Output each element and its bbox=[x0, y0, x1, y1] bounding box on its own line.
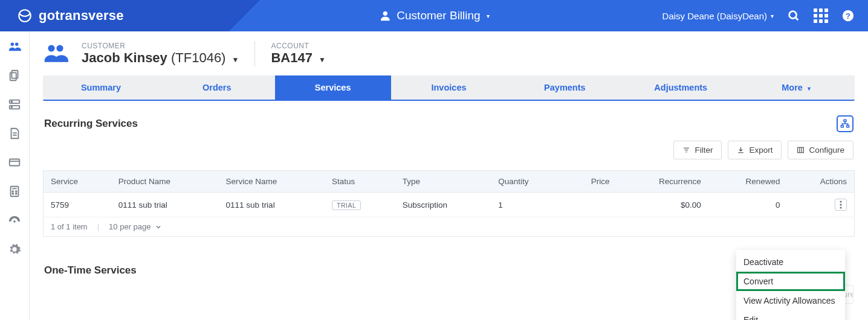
recurring-services-table: Service Product Name Service Name Status… bbox=[43, 170, 855, 217]
svg-rect-31 bbox=[798, 147, 804, 153]
status-badge: TRIAL bbox=[332, 200, 361, 210]
table-toolbar: Filter Export Configure bbox=[44, 141, 853, 159]
customers-icon bbox=[43, 40, 68, 67]
menu-deactivate[interactable]: Deactivate bbox=[736, 252, 845, 272]
cell-recur: $0.00 bbox=[617, 193, 708, 217]
svg-point-18 bbox=[12, 191, 13, 192]
account-label: ACCOUNT bbox=[271, 42, 326, 50]
svg-point-6 bbox=[11, 43, 14, 46]
rail-card-icon[interactable] bbox=[8, 156, 21, 169]
row-actions-menu: Deactivate Convert View Activity Allowan… bbox=[736, 250, 845, 320]
topbar-right: Daisy Deane (DaisyDean) ▾ ? bbox=[662, 8, 855, 23]
rail-document-icon[interactable] bbox=[8, 127, 21, 140]
col-status[interactable]: Status bbox=[325, 171, 395, 193]
brand-logo-icon bbox=[17, 8, 33, 24]
download-icon bbox=[737, 146, 745, 154]
top-bar: gotransverse Customer Billing ▾ Daisy De… bbox=[0, 0, 868, 31]
menu-convert[interactable]: Convert bbox=[736, 272, 845, 291]
tab-invoices[interactable]: Invoices bbox=[391, 75, 507, 100]
per-page-label: 10 per page bbox=[109, 222, 151, 231]
svg-rect-14 bbox=[10, 159, 20, 166]
col-service[interactable]: Service bbox=[44, 171, 111, 193]
cell-product: 0111 sub trial bbox=[111, 193, 219, 217]
help-icon[interactable]: ? bbox=[841, 9, 855, 22]
tab-orders[interactable]: Orders bbox=[159, 75, 275, 100]
rail-customers-icon[interactable] bbox=[8, 40, 21, 53]
table-header-row: Service Product Name Service Name Status… bbox=[44, 171, 855, 193]
cell-sname: 0111 sub trial bbox=[219, 193, 325, 217]
user-menu[interactable]: Daisy Deane (DaisyDean) ▾ bbox=[662, 11, 774, 21]
col-type[interactable]: Type bbox=[395, 171, 491, 193]
svg-line-3 bbox=[795, 18, 798, 21]
rail-server-icon[interactable] bbox=[8, 98, 21, 111]
configure-button[interactable]: Configure bbox=[788, 141, 853, 159]
svg-point-34 bbox=[840, 200, 841, 202]
hierarchy-button[interactable] bbox=[837, 115, 853, 132]
tab-services[interactable]: Services bbox=[275, 75, 391, 100]
cell-renewed: 0 bbox=[708, 193, 788, 217]
account-block: ACCOUNT BA147 ▼ bbox=[271, 42, 326, 66]
svg-point-12 bbox=[11, 101, 13, 103]
svg-text:?: ? bbox=[846, 11, 850, 21]
svg-point-21 bbox=[16, 193, 17, 194]
kebab-icon bbox=[840, 200, 842, 209]
apps-icon[interactable] bbox=[814, 8, 828, 23]
svg-point-7 bbox=[15, 43, 18, 46]
brand-name: gotransverse bbox=[39, 8, 124, 24]
module-name: Customer Billing bbox=[397, 9, 480, 22]
section-onetime-title: One-Time Services bbox=[44, 264, 853, 277]
rail-dashboard-icon[interactable] bbox=[8, 214, 21, 227]
per-page-select[interactable]: 10 per page bbox=[109, 222, 161, 231]
col-sname[interactable]: Service Name bbox=[219, 171, 325, 193]
cell-service: 5759 bbox=[44, 193, 111, 217]
tab-adjustments[interactable]: Adjustments bbox=[623, 75, 739, 100]
rail-copy-icon[interactable] bbox=[8, 69, 21, 82]
col-actions: Actions bbox=[787, 171, 854, 193]
chevron-down-icon: ▾ bbox=[487, 13, 490, 19]
tab-more[interactable]: More ▼ bbox=[739, 75, 855, 100]
filter-button[interactable]: Filter bbox=[673, 141, 722, 159]
rail-settings-icon[interactable] bbox=[8, 243, 21, 256]
chevron-down-icon: ▾ bbox=[771, 13, 774, 19]
svg-point-19 bbox=[16, 191, 17, 192]
menu-edit[interactable]: Edit bbox=[736, 310, 845, 320]
chevron-down-icon bbox=[155, 223, 162, 231]
filter-icon bbox=[682, 146, 690, 154]
customer-name: Jacob Kinsey bbox=[82, 50, 167, 65]
tab-payments[interactable]: Payments bbox=[507, 75, 623, 100]
customer-label: CUSTOMER bbox=[82, 42, 239, 50]
row-actions-button[interactable] bbox=[835, 199, 847, 211]
divider: | bbox=[97, 222, 99, 231]
user-display: Daisy Deane (DaisyDean) bbox=[662, 11, 767, 21]
brand[interactable]: gotransverse bbox=[17, 8, 124, 24]
col-price[interactable]: Price bbox=[563, 171, 617, 193]
menu-view-allow[interactable]: View Activity Allowances bbox=[736, 291, 845, 310]
table-pager: 1 of 1 item | 10 per page bbox=[43, 217, 855, 237]
divider bbox=[254, 41, 255, 66]
svg-rect-25 bbox=[844, 120, 846, 121]
left-rail bbox=[0, 31, 30, 320]
svg-rect-8 bbox=[11, 71, 18, 78]
account-number: BA147 bbox=[271, 50, 312, 65]
export-button[interactable]: Export bbox=[728, 141, 782, 159]
search-icon[interactable] bbox=[787, 9, 800, 22]
customer-picker[interactable]: Jacob Kinsey (TF1046) ▼ bbox=[82, 50, 239, 66]
rail-calculator-icon[interactable] bbox=[8, 185, 21, 198]
main-content: CUSTOMER Jacob Kinsey (TF1046) ▼ ACCOUNT… bbox=[30, 31, 868, 320]
cell-type: Subscription bbox=[395, 193, 491, 217]
tab-summary[interactable]: Summary bbox=[43, 75, 159, 100]
module-switcher[interactable]: Customer Billing ▾ bbox=[378, 9, 489, 22]
col-recur[interactable]: Recurrence bbox=[617, 171, 708, 193]
svg-rect-9 bbox=[10, 72, 16, 80]
section-recurring-title: Recurring Services bbox=[44, 118, 138, 130]
cell-qty: 1 bbox=[491, 193, 563, 217]
cell-price bbox=[563, 193, 617, 217]
svg-point-13 bbox=[11, 107, 13, 108]
col-product[interactable]: Product Name bbox=[111, 171, 219, 193]
cell-status: TRIAL bbox=[325, 193, 395, 217]
col-renewed[interactable]: Renewed bbox=[708, 171, 788, 193]
col-qty[interactable]: Quantity bbox=[491, 171, 563, 193]
table-row[interactable]: 5759 0111 sub trial 0111 sub trial TRIAL… bbox=[44, 193, 855, 217]
account-picker[interactable]: BA147 ▼ bbox=[271, 50, 326, 66]
cell-actions bbox=[787, 193, 854, 217]
